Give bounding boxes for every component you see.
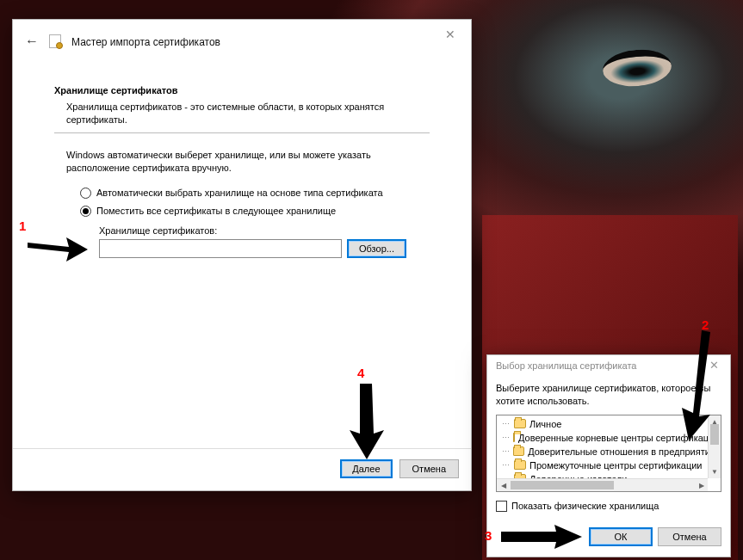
tree-item-label: Доверительные отношения в предприятии — [528, 446, 715, 458]
tree-item-label: Доверенные корневые центры сертификации — [518, 432, 719, 444]
close-icon[interactable]: ✕ — [438, 25, 462, 44]
store-tree[interactable]: ⋯Личное⋯Доверенные корневые центры серти… — [496, 415, 721, 492]
close-icon[interactable]: ✕ — [703, 359, 725, 372]
autoselect-hint: Windows aвтоматически выберет хранилище,… — [66, 149, 430, 175]
folder-icon — [514, 460, 526, 470]
cert-import-wizard-dialog: ✕ ← Мастер импорта сертификатов Хранилищ… — [12, 19, 472, 491]
show-physical-checkbox[interactable] — [496, 501, 507, 512]
expand-icon[interactable]: ⋯ — [502, 418, 511, 430]
scroll-right-icon[interactable]: ▶ — [695, 479, 708, 491]
tree-item[interactable]: ⋯Личное — [498, 417, 719, 431]
cancel-button[interactable]: Отмена — [399, 459, 459, 478]
store-input[interactable] — [99, 239, 342, 258]
horizontal-scrollbar[interactable]: ◀ ▶ — [497, 478, 708, 491]
scroll-down-icon[interactable]: ▼ — [709, 465, 721, 478]
radio-auto-row[interactable]: Автоматически выбрать хранилище на основ… — [80, 188, 430, 199]
tree-item-label: Промежуточные центры сертификации — [529, 459, 702, 471]
folder-icon — [513, 433, 515, 442]
ok-button[interactable]: ОК — [589, 527, 653, 546]
wizard-header: ← Мастер импорта сертификатов — [13, 20, 471, 59]
show-physical-label: Показать физические хранилища — [511, 501, 659, 511]
radio-manual-label: Поместить все сертификаты в следующее хр… — [96, 206, 336, 216]
radio-auto[interactable] — [80, 188, 91, 199]
radio-auto-label: Автоматически выбрать хранилище на основ… — [96, 188, 383, 198]
dialog-titlebar: Выбор хранилища сертификата ✕ — [487, 355, 730, 375]
scroll-thumb-v[interactable] — [710, 424, 719, 445]
cancel-button[interactable]: Отмена — [658, 527, 721, 546]
browse-button[interactable]: Обзор... — [347, 239, 406, 258]
expand-icon[interactable]: ⋯ — [502, 432, 510, 444]
folder-icon — [514, 419, 526, 428]
radio-manual[interactable] — [80, 206, 91, 217]
radio-manual-row[interactable]: Поместить все сертификаты в следующее хр… — [80, 206, 430, 217]
wizard-title: Мастер импорта сертификатов — [71, 36, 220, 48]
scroll-thumb-h[interactable] — [511, 481, 614, 489]
back-icon[interactable]: ← — [23, 34, 40, 51]
expand-icon[interactable]: ⋯ — [502, 446, 510, 458]
show-physical-row[interactable]: Показать физические хранилища — [496, 501, 721, 512]
section-title: Хранилище сертификатов — [54, 85, 430, 95]
section-desc: Хранилища сертификатов - это системные о… — [66, 101, 430, 127]
dialog-title: Выбор хранилища сертификата — [496, 360, 636, 371]
scroll-left-icon[interactable]: ◀ — [497, 479, 510, 491]
tree-item[interactable]: ⋯Доверительные отношения в предприятии — [498, 445, 719, 458]
dialog-prompt: Выберите хранилище сертификатов, которое… — [496, 382, 721, 408]
tree-item-label: Личное — [529, 418, 561, 430]
folder-icon — [513, 446, 524, 456]
tree-item[interactable]: ⋯Доверенные корневые центры сертификации — [498, 431, 719, 445]
tree-item[interactable]: ⋯Промежуточные центры сертификации — [498, 458, 719, 472]
store-label: Хранилище сертификатов: — [99, 225, 430, 236]
cert-store-select-dialog: Выбор хранилища сертификата ✕ Выберите х… — [486, 354, 731, 557]
divider — [54, 132, 430, 133]
vertical-scrollbar[interactable]: ▲ ▼ — [708, 415, 721, 478]
certificate-icon — [47, 34, 65, 51]
expand-icon[interactable]: ⋯ — [502, 459, 511, 471]
next-button[interactable]: Далее — [340, 459, 392, 478]
